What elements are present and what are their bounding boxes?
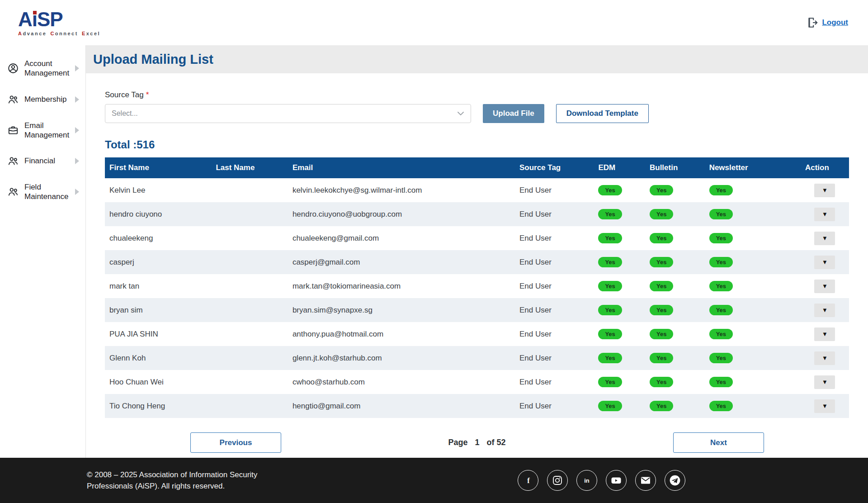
linkedin-icon[interactable]: in [576,470,597,491]
table-row: Tio Chong Heng hengtio@gmail.com End Use… [105,394,849,418]
table-row: chualeekeng chualeekeng@gmail.com End Us… [105,226,849,250]
table-row: PUA JIA SHIN anthony.pua@hotmail.com End… [105,322,849,346]
row-action-button[interactable]: ▼ [814,375,835,389]
source-tag-cell: End User [515,322,594,346]
newsletter-badge: Yes [709,305,733,315]
first-name-cell: Hoo Chuan Wei [105,370,211,394]
first-name-cell: hendro ciuyono [105,202,211,226]
edm-badge: Yes [598,329,622,339]
bulletin-badge: Yes [650,209,673,219]
sidebar-item-field-maintenance[interactable]: Field Maintenance [7,182,79,202]
logo-red-dot [33,11,37,14]
sidebar-item-email-management[interactable]: Email Management [7,121,79,140]
first-name-cell: chualeekeng [105,226,211,250]
youtube-icon[interactable] [606,470,627,491]
email-cell: casperj@gmail.com [288,250,515,274]
source-tag-select[interactable]: Select... [105,104,471,123]
row-action-button[interactable]: ▼ [814,304,835,317]
newsletter-badge: Yes [709,185,733,195]
col-email: Email [288,157,515,178]
email-cell: cwhoo@starhub.com [288,370,515,394]
edm-badge: Yes [598,377,622,387]
chevron-right-icon [75,158,79,164]
chevron-down-icon [457,111,464,116]
col-first-name: First Name [105,157,211,178]
row-action-button[interactable]: ▼ [814,232,835,245]
bulletin-badge: Yes [650,401,673,411]
email-icon[interactable] [635,470,656,491]
col-bulletin: Bulletin [645,157,705,178]
total-pages: 52 [497,438,506,447]
logout-link[interactable]: Logout [807,17,848,28]
edm-badge: Yes [598,305,622,315]
last-name-cell [211,226,288,250]
first-name-cell: bryan sim [105,298,211,322]
row-action-button[interactable]: ▼ [814,327,835,341]
table-row: Hoo Chuan Wei cwhoo@starhub.com End User… [105,370,849,394]
row-action-button[interactable]: ▼ [814,399,835,413]
sidebar-item-account-management[interactable]: Account Management [7,59,79,78]
row-action-button[interactable]: ▼ [814,208,835,221]
source-tag-cell: End User [515,346,594,370]
first-name-cell: Tio Chong Heng [105,394,211,418]
row-action-button[interactable]: ▼ [814,256,835,269]
col-last-name: Last Name [211,157,288,178]
chevron-right-icon [75,189,79,195]
table-row: Kelvin Lee kelvin.leekokchye@sg.wilmar-i… [105,178,849,202]
svg-text:f: f [527,477,530,484]
pagination: Previous Page 1 of 52 Next [105,432,849,453]
top-bar: AıSP Advance Connect Excel Logout [0,0,868,45]
instagram-icon[interactable] [547,470,568,491]
main-content: Upload Mailing List Source Tag* Select..… [86,45,868,458]
sidebar-item-financial[interactable]: Financial [7,155,79,167]
edm-badge: Yes [598,209,622,219]
social-links: f in [518,470,685,491]
col-edm: EDM [594,157,645,178]
sidebar: Account Management Membership [0,45,86,458]
footer: © 2008 – 2025 Association of Information… [0,458,868,503]
newsletter-badge: Yes [709,233,733,243]
row-action-button[interactable]: ▼ [814,351,835,365]
caret-down-icon: ▼ [822,283,828,289]
required-asterisk: * [146,90,149,99]
members-icon [7,186,19,198]
source-tag-cell: End User [515,226,594,250]
edm-badge: Yes [598,281,622,291]
first-name-cell: PUA JIA SHIN [105,322,211,346]
facebook-icon[interactable]: f [518,470,538,491]
bulletin-badge: Yes [650,257,673,267]
table-row: Glenn Koh glenn.jt.koh@starhub.com End U… [105,346,849,370]
sidebar-item-membership[interactable]: Membership [7,94,79,105]
logout-label: Logout [822,18,848,27]
edm-badge: Yes [598,353,622,363]
last-name-cell [211,178,288,202]
aisp-logo: AıSP Advance Connect Excel [18,9,100,36]
table-row: mark tan mark.tan@tokiomarineasia.com En… [105,274,849,298]
first-name-cell: casperj [105,250,211,274]
upload-file-button[interactable]: Upload File [483,104,544,123]
caret-down-icon: ▼ [822,307,828,313]
mailing-list-table: First Name Last Name Email Source Tag ED… [105,157,849,418]
telegram-icon[interactable] [665,470,685,491]
logo-wordmark: AıSP [18,9,100,29]
briefcase-icon [7,124,19,136]
email-cell: kelvin.leekokchye@sg.wilmar-intl.com [288,178,515,202]
table-header-row: First Name Last Name Email Source Tag ED… [105,157,849,178]
row-action-button[interactable]: ▼ [814,280,835,293]
download-template-button[interactable]: Download Template [556,104,649,123]
edm-badge: Yes [598,401,622,411]
row-action-button[interactable]: ▼ [814,184,835,197]
email-cell: hendro.ciuyono@uobgroup.com [288,202,515,226]
current-page-number: 1 [475,438,479,447]
newsletter-badge: Yes [709,401,733,411]
next-page-button[interactable]: Next [673,432,764,453]
newsletter-badge: Yes [709,209,733,219]
members-icon [7,94,19,105]
bulletin-badge: Yes [650,377,673,387]
caret-down-icon: ▼ [822,379,828,385]
upload-form-row: Source Tag* Select... Upload File Downlo… [105,90,849,123]
newsletter-badge: Yes [709,281,733,291]
app-root: AıSP Advance Connect Excel Logout [0,0,868,503]
members-icon [7,155,19,167]
logo-tagline: Advance Connect Excel [18,31,100,36]
